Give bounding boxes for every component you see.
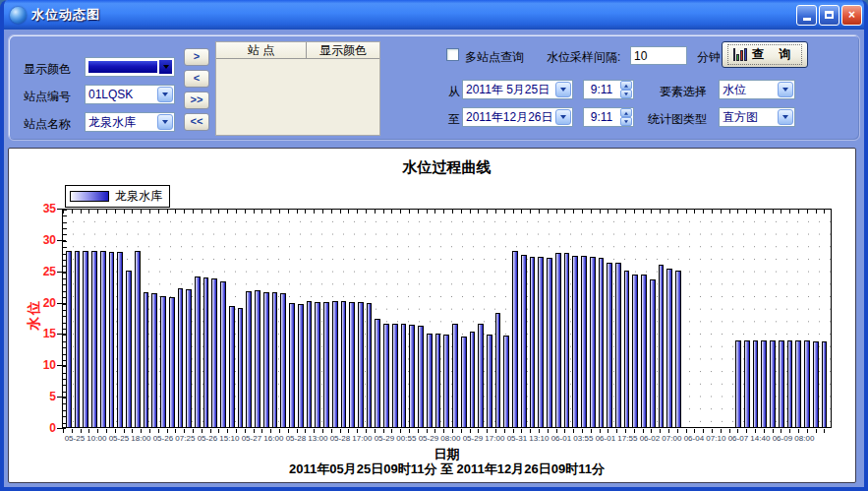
multi-station-checkbox[interactable]: [446, 48, 459, 61]
bar-chart-icon: [733, 48, 747, 61]
bar: [144, 292, 149, 427]
x-tick-label: 05-26 15:10: [198, 434, 240, 443]
x-tick-label: 05-27 16:00: [242, 434, 284, 443]
to-time-spinner[interactable]: 9:11: [583, 107, 634, 127]
bar: [117, 252, 123, 427]
bar: [822, 341, 828, 427]
element-combobox[interactable]: 水位: [719, 80, 795, 99]
bar: [650, 279, 656, 427]
remove-station-button[interactable]: <: [184, 70, 209, 88]
bar: [659, 265, 665, 427]
bar: [280, 293, 286, 427]
bar: [512, 251, 518, 427]
chart-legend: 龙泉水库: [65, 185, 170, 208]
station-name-combobox[interactable]: 龙泉水库: [85, 112, 175, 132]
bar: [263, 292, 269, 427]
bar: [615, 263, 621, 427]
bar: [341, 301, 347, 427]
bar: [238, 308, 244, 427]
from-date-picker[interactable]: 2011年 5月25日: [462, 80, 573, 99]
bar: [478, 324, 484, 427]
bar: [735, 340, 741, 427]
query-button[interactable]: 查 询: [722, 41, 808, 68]
minimize-button[interactable]: [796, 5, 817, 26]
chart-type-combobox[interactable]: 直方图: [719, 107, 795, 127]
bar: [83, 251, 88, 427]
bar: [538, 257, 544, 427]
window-title: 水位动态图: [31, 6, 100, 24]
chevron-down-icon[interactable]: [778, 82, 793, 97]
bar: [744, 340, 750, 427]
bar: [607, 263, 612, 427]
y-tick-label: 15: [27, 327, 56, 340]
bar: [383, 324, 389, 427]
maximize-icon: [825, 11, 834, 19]
bar: [443, 335, 449, 427]
spinner-arrows-icon[interactable]: [619, 81, 633, 98]
chevron-down-icon[interactable]: [157, 87, 173, 102]
bar: [220, 281, 226, 427]
maximize-button[interactable]: [819, 5, 839, 26]
bar: [323, 302, 329, 427]
station-id-combobox[interactable]: 01LQSK: [85, 85, 175, 104]
x-tick-label: 05-29 08:00: [419, 434, 461, 443]
bar: [761, 340, 767, 427]
from-time-spinner[interactable]: 9:11: [583, 80, 634, 99]
x-tick-label: 06-09 08:00: [773, 434, 815, 443]
chevron-down-icon[interactable]: [778, 109, 793, 125]
chevron-down-icon[interactable]: [157, 114, 173, 130]
add-all-stations-button[interactable]: >>: [184, 92, 209, 109]
bar: [495, 313, 501, 427]
bar: [547, 258, 552, 427]
display-color-combobox[interactable]: [85, 57, 175, 77]
y-tick-label: 0: [27, 421, 56, 435]
legend-label: 龙泉水库: [115, 188, 162, 205]
bar: [91, 251, 97, 427]
from-label: 从: [448, 84, 460, 100]
bar: [126, 271, 132, 427]
bar: [675, 271, 681, 427]
add-station-button[interactable]: >: [184, 48, 209, 66]
bar: [100, 251, 106, 427]
y-tick-label: 30: [27, 233, 56, 247]
bar: [349, 302, 355, 427]
bar: [160, 296, 166, 427]
bar: [315, 302, 320, 427]
chevron-down-icon[interactable]: [555, 82, 571, 97]
station-list-table[interactable]: 站 点 显示颜色: [215, 41, 380, 136]
station-id-label: 站点编号: [24, 89, 71, 105]
bar: [770, 340, 776, 427]
bar: [375, 319, 380, 428]
chart-type-label: 统计图类型: [648, 111, 707, 128]
bar: [75, 251, 81, 427]
remove-all-stations-button[interactable]: <<: [184, 113, 209, 131]
bar: [452, 324, 458, 427]
column-header-color: 显示颜色: [307, 42, 379, 58]
y-tick-mark: [57, 209, 66, 210]
bar: [203, 277, 209, 427]
bar: [813, 341, 819, 427]
spinner-arrows-icon[interactable]: [619, 108, 633, 126]
chevron-down-icon[interactable]: [158, 60, 172, 74]
display-color-label: 显示颜色: [24, 61, 71, 78]
to-date-picker[interactable]: 2011年12月26日: [462, 107, 573, 127]
y-tick-label: 20: [27, 296, 56, 310]
bar: [229, 306, 235, 427]
bar: [530, 257, 536, 427]
bar: [409, 325, 415, 427]
titlebar[interactable]: 水位动态图 ×: [0, 0, 868, 30]
bar: [358, 302, 364, 427]
chart-date-range: 2011年05月25日09时11分 至 2011年12月26日09时11分: [62, 460, 832, 478]
interval-input[interactable]: [630, 46, 687, 65]
bar: [109, 252, 115, 427]
close-button[interactable]: ×: [841, 5, 862, 26]
x-tick-label: 06-07 14:40: [728, 434, 771, 443]
chevron-down-icon[interactable]: [555, 109, 571, 125]
bar: [804, 340, 810, 427]
bottom-tick-marks: [63, 429, 831, 433]
y-tick-mark: [57, 428, 66, 429]
bar: [581, 256, 587, 427]
x-tick-label: 05-29 00:55: [375, 434, 417, 443]
element-label: 要素选择: [660, 84, 707, 100]
y-tick-label: 25: [27, 265, 56, 278]
